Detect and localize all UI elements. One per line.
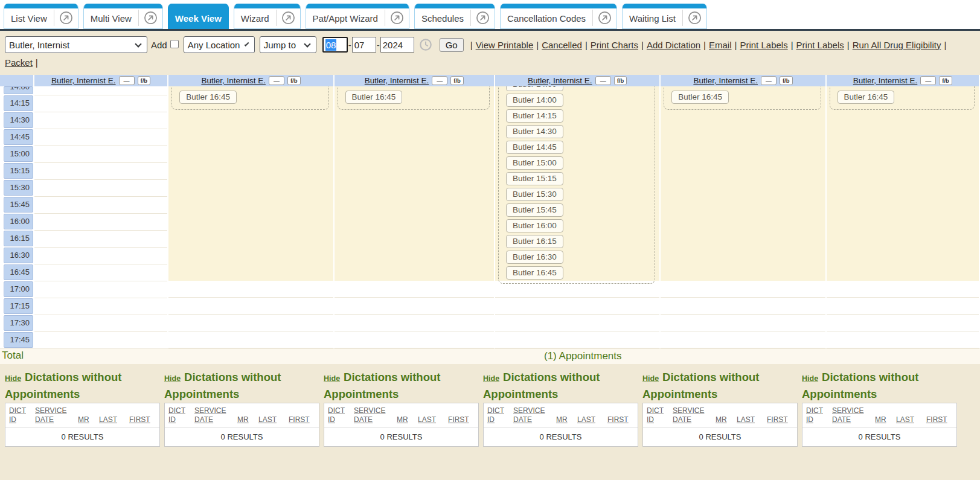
link-view-printable[interactable]: View Printable (476, 40, 534, 50)
grid-row[interactable] (495, 298, 659, 315)
column-header-last[interactable]: LAST (737, 406, 763, 424)
column-header-last[interactable]: LAST (99, 406, 125, 424)
appointment-slot-button[interactable]: Butler 14:45 (506, 141, 563, 154)
location-select[interactable]: Any Location (184, 36, 255, 53)
provider-link[interactable]: Butler, Internist E. (365, 76, 429, 85)
external-link-icon[interactable] (592, 10, 617, 26)
tab-multi-view[interactable]: Multi View (83, 4, 163, 29)
grid-row[interactable] (827, 298, 979, 315)
tab-week-view[interactable]: Week View (168, 4, 229, 29)
column-header-dict-id[interactable]: DICTID (487, 406, 509, 424)
jump-to-select[interactable]: Jump to (260, 36, 316, 53)
appointment-slot-button[interactable]: Butler 15:15 (506, 172, 563, 185)
column-header-last[interactable]: LAST (896, 406, 922, 424)
grid-row[interactable] (335, 315, 494, 331)
link-add-dictation[interactable]: Add Dictation (647, 40, 700, 50)
tab-pat-appt-wizard[interactable]: Pat/Appt Wizard (306, 4, 409, 29)
column-header-first[interactable]: FIRST (607, 406, 633, 424)
grid-row[interactable] (495, 331, 659, 348)
column-header-last[interactable]: LAST (577, 406, 603, 424)
column-header-mr[interactable]: MR (237, 406, 254, 424)
link-print-labels[interactable]: Print Labels (740, 40, 787, 50)
open-schedule-area[interactable]: Butler 14:00Butler 14:00Butler 14:15Butl… (495, 86, 659, 281)
open-schedule-area[interactable]: Butler 16:45 (335, 86, 494, 281)
column-header-service-date[interactable]: SERVICEDATE (194, 406, 233, 424)
appointment-slot-button[interactable]: Butler 15:00 (506, 156, 563, 170)
column-header-service-date[interactable]: SERVICEDATE (354, 406, 392, 424)
appointment-slot-button[interactable]: Butler 16:00 (506, 219, 563, 232)
appointment-slot-button[interactable]: Butler 16:15 (506, 235, 563, 248)
provider-link[interactable]: Butler, Internist E. (853, 76, 918, 85)
link-cancelled[interactable]: Cancelled (542, 40, 582, 50)
grid-row[interactable] (827, 315, 979, 331)
clock-icon[interactable] (419, 38, 432, 51)
day-column[interactable]: Butler 16:45 (335, 86, 494, 348)
column-header-mr[interactable]: MR (78, 406, 95, 424)
appointment-slot-button[interactable]: Butler 14:30 (506, 125, 563, 138)
grid-row[interactable] (168, 298, 333, 315)
hide-link[interactable]: Hide (5, 374, 21, 383)
grid-row[interactable] (168, 315, 333, 331)
tab-schedules[interactable]: Schedules (414, 4, 495, 29)
grid-row[interactable] (827, 331, 979, 348)
day-column[interactable]: Butler 16:45 (827, 86, 979, 348)
open-schedule-area[interactable]: Butler 16:45 (827, 86, 979, 281)
column-header-service-date[interactable]: SERVICEDATE (35, 406, 74, 424)
day-column[interactable]: Butler 16:45 (661, 86, 825, 348)
tab-wizard[interactable]: Wizard (234, 4, 301, 29)
external-link-icon[interactable] (385, 10, 409, 26)
column-header-dict-id[interactable]: DICTID (168, 406, 190, 424)
hide-link[interactable]: Hide (802, 374, 818, 383)
day-column[interactable]: Butler 16:45 (168, 86, 333, 348)
column-header-dict-id[interactable]: DICTID (806, 406, 828, 424)
appointment-slot-button[interactable]: Butler 16:45 (506, 266, 563, 280)
appointment-slot-button[interactable]: Butler 16:45 (837, 91, 895, 104)
grid-row[interactable] (335, 298, 494, 315)
forward-back-button[interactable]: f/b (287, 76, 301, 85)
hide-link[interactable]: Hide (642, 374, 659, 383)
appointment-slot-button[interactable]: Butler 14:00 (506, 94, 563, 107)
grid-row[interactable] (495, 315, 659, 331)
column-header-service-date[interactable]: SERVICEDATE (513, 406, 552, 424)
column-header-first[interactable]: FIRST (926, 406, 952, 424)
minimize-column-button[interactable]: — (920, 76, 936, 85)
external-link-icon[interactable] (276, 10, 300, 26)
tab-list-view[interactable]: List View (4, 4, 78, 29)
link-print-labels[interactable]: Print Labels (796, 40, 844, 50)
column-header-dict-id[interactable]: DICTID (647, 406, 668, 424)
grid-row[interactable] (168, 331, 333, 348)
day-column[interactable]: Butler 14:00Butler 14:00Butler 14:15Butl… (495, 86, 659, 348)
date-day-input[interactable]: 07 (352, 37, 376, 53)
minimize-column-button[interactable]: — (269, 76, 284, 85)
appointment-slot-button[interactable]: Butler 15:30 (506, 188, 563, 201)
hide-link[interactable]: Hide (483, 374, 499, 383)
column-header-first[interactable]: FIRST (129, 406, 155, 424)
column-header-first[interactable]: FIRST (767, 406, 792, 424)
link-email[interactable]: Email (709, 40, 732, 50)
hide-link[interactable]: Hide (164, 374, 181, 383)
provider-select[interactable]: Butler, Internist (5, 36, 147, 53)
forward-back-button[interactable]: f/b (780, 76, 793, 85)
grid-row[interactable] (661, 298, 825, 315)
forward-back-button[interactable]: f/b (138, 76, 151, 85)
column-header-mr[interactable]: MR (556, 406, 573, 424)
column-header-first[interactable]: FIRST (289, 406, 314, 424)
column-header-mr[interactable]: MR (875, 406, 892, 424)
date-month-input[interactable]: 08 (322, 37, 348, 53)
minimize-column-button[interactable]: — (761, 76, 777, 85)
external-link-icon[interactable] (138, 10, 162, 26)
grid-row[interactable] (335, 281, 494, 298)
appointment-slot-button[interactable]: Butler 14:00 (506, 86, 563, 91)
appointment-slot-button[interactable]: Butler 16:45 (179, 91, 237, 104)
hide-link[interactable]: Hide (324, 374, 340, 383)
column-header-mr[interactable]: MR (397, 406, 414, 424)
add-checkbox[interactable] (170, 40, 179, 48)
minimize-column-button[interactable]: — (595, 76, 611, 85)
grid-row[interactable] (661, 315, 825, 331)
minimize-column-button[interactable]: — (432, 76, 447, 85)
provider-link[interactable]: Butler, Internist E. (528, 76, 592, 85)
column-header-dict-id[interactable]: DICTID (328, 406, 350, 424)
link-packet[interactable]: Packet (5, 57, 33, 68)
appointment-slot-button[interactable]: Butler 16:45 (345, 91, 403, 104)
provider-link[interactable]: Butler, Internist E. (201, 76, 266, 85)
